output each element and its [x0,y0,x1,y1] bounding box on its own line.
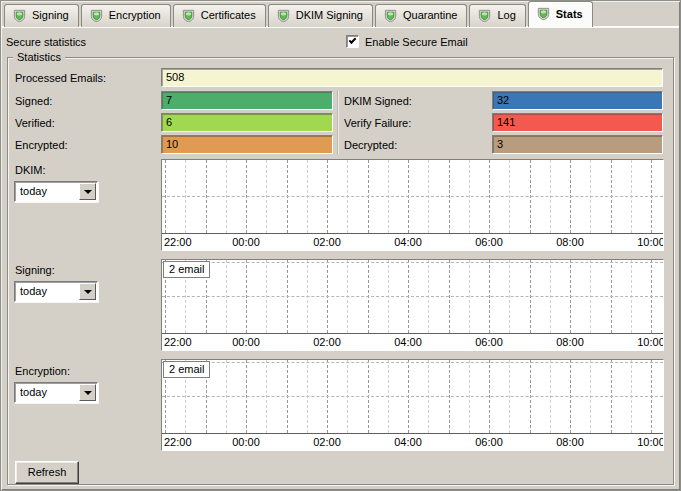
signed-label: Signed: [15,95,52,108]
shield-icon [181,8,196,23]
chart-plot: 2 email [162,260,663,333]
enable-secure-email-label: Enable Secure Email [365,36,468,49]
chevron-down-icon[interactable] [79,183,96,200]
chart-plot: 2 email [162,360,663,433]
decrypted-value: 3 [492,135,663,154]
x-tick-label: 22:00 [164,236,192,249]
tab-label: Encryption [109,9,161,21]
x-tick-label: 22:00 [164,336,192,349]
chart-plot [162,160,663,233]
tab-label: DKIM Signing [296,9,363,21]
x-tick-label: 10:00 [637,436,663,449]
chart-x-axis: 22:0000:0002:0004:0006:0008:0010:00 [162,433,663,450]
encrypted-label: Encrypted: [15,139,68,152]
x-tick-label: 04:00 [394,236,422,249]
selected-period: today [20,285,47,298]
refresh-button[interactable]: Refresh [15,461,79,484]
x-tick-label: 08:00 [556,336,584,349]
x-tick-label: 06:00 [475,336,503,349]
dkim-period-select[interactable]: today [14,181,98,202]
signed-value: 7 [161,91,333,110]
tab-label: Signing [32,9,69,21]
secure-email-stats-window: Signing Encryption Certificates DKIM Sig… [0,0,681,491]
verify-failure-value: 141 [492,113,663,132]
encrypted-value: 10 [161,135,333,154]
tab-label: Certificates [201,9,256,21]
shield-icon [276,8,291,23]
encryption-chart-label: Encryption: [15,365,70,378]
signing-chart: 2 email 22:0000:0002:0004:0006:0008:0010… [161,259,664,351]
decrypted-label: Decrypted: [344,139,397,152]
verify-failure-label: Verify Failure: [344,117,411,130]
tab-bar: Signing Encryption Certificates DKIM Sig… [4,1,595,27]
verified-value: 6 [161,113,333,132]
chevron-down-icon[interactable] [79,384,96,401]
dkim-signed-value: 32 [492,91,663,110]
tab-log[interactable]: Log [469,4,525,27]
x-tick-label: 06:00 [475,436,503,449]
x-tick-label: 04:00 [394,436,422,449]
x-tick-label: 00:00 [232,336,260,349]
chart-x-axis: 22:0000:0002:0004:0006:0008:0010:00 [162,233,663,250]
tab-label: Log [497,9,515,21]
shield-icon [89,8,104,23]
gridline-horizontal [162,396,663,397]
processed-emails-value: 508 [161,68,663,87]
chart-x-axis: 22:0000:0002:0004:0006:0008:0010:00 [162,333,663,350]
gridline-horizontal [162,362,663,363]
dkim-signed-label: DKIM Signed: [344,95,412,108]
statistics-group-label: Statistics [13,51,65,64]
tab-certificates[interactable]: Certificates [173,4,266,27]
gridline-horizontal [162,196,663,197]
signing-period-select[interactable]: today [14,281,98,302]
x-tick-label: 00:00 [232,436,260,449]
chart-max-label: 2 email [163,361,210,378]
x-tick-label: 10:00 [637,236,663,249]
selected-period: today [20,386,47,399]
shield-icon [383,8,398,23]
selected-period: today [20,185,47,198]
tab-quarantine[interactable]: Quarantine [375,4,467,27]
tab-stats[interactable]: Stats [528,1,593,27]
x-tick-label: 22:00 [164,436,192,449]
x-tick-label: 02:00 [313,336,341,349]
dkim-chart: 22:0000:0002:0004:0006:0008:0010:00 [161,159,664,251]
x-tick-label: 04:00 [394,336,422,349]
encryption-period-select[interactable]: today [14,382,98,403]
tab-label: Quarantine [403,9,457,21]
tab-signing[interactable]: Signing [4,4,79,27]
processed-emails-label: Processed Emails: [15,72,106,85]
x-tick-label: 08:00 [556,236,584,249]
chevron-down-icon[interactable] [79,283,96,300]
verified-label: Verified: [15,117,55,130]
encryption-chart: 2 email 22:0000:0002:0004:0006:0008:0010… [161,359,664,451]
x-tick-label: 06:00 [475,236,503,249]
x-tick-label: 02:00 [313,436,341,449]
gridline-horizontal [162,262,663,263]
tab-dkim-signing[interactable]: DKIM Signing [268,4,373,27]
shield-icon [536,6,551,21]
checkmark-icon [349,36,357,44]
dkim-chart-label: DKIM: [15,164,46,177]
chart-max-label: 2 email [163,261,210,278]
secure-statistics-label: Secure statistics [6,36,86,49]
tab-label: Stats [556,8,583,20]
shield-icon [12,8,27,23]
x-tick-label: 02:00 [313,236,341,249]
x-tick-label: 08:00 [556,436,584,449]
tab-encryption[interactable]: Encryption [81,4,171,27]
shield-icon [477,8,492,23]
x-tick-label: 10:00 [637,336,663,349]
enable-secure-email-checkbox[interactable] [346,35,359,48]
x-tick-label: 00:00 [232,236,260,249]
gridline-horizontal [162,296,663,297]
column-divider [337,90,338,154]
signing-chart-label: Signing: [15,264,55,277]
